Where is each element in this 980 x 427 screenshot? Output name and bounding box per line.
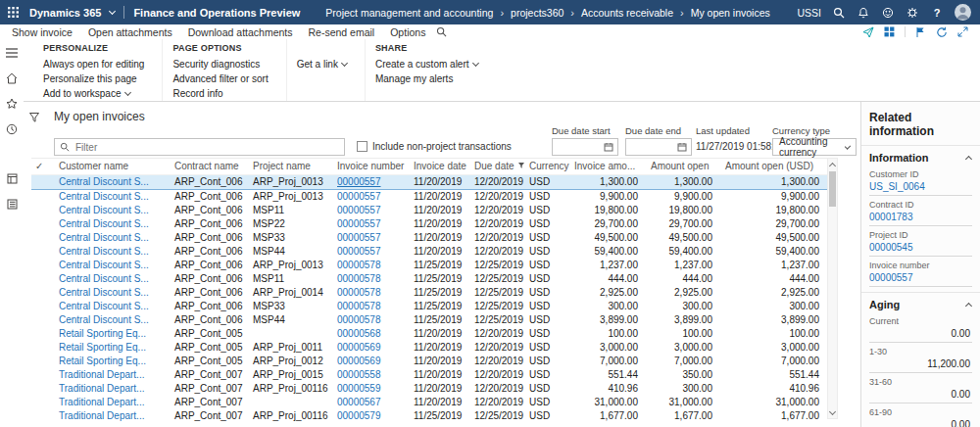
table-row[interactable]: Central Discount S...ARP_Cont_006MSP1100… xyxy=(31,272,828,286)
table-row[interactable]: Retail Sporting Eq...ARP_Cont_005ARP_Pro… xyxy=(31,341,828,355)
help-icon[interactable]: ? xyxy=(930,6,944,20)
flag-icon[interactable] xyxy=(915,26,926,38)
favorites-star-icon[interactable] xyxy=(2,96,22,112)
row-select-cell[interactable] xyxy=(31,286,55,300)
customer-link[interactable]: Retail Sporting Eq... xyxy=(59,356,146,366)
row-select-cell[interactable] xyxy=(31,245,55,259)
field-value[interactable]: US_SI_0064 xyxy=(869,179,972,196)
customer-link[interactable]: Traditional Depart... xyxy=(59,410,144,421)
home-icon[interactable] xyxy=(2,71,22,86)
ribbon-item-manage-my-alerts[interactable]: Manage my alerts xyxy=(375,71,478,86)
row-select-cell[interactable] xyxy=(31,204,55,217)
due-date-end-input[interactable] xyxy=(625,138,692,156)
scroll-up-arrow-icon[interactable] xyxy=(828,159,837,169)
include-non-project-checkbox[interactable] xyxy=(357,141,368,152)
ribbon-item-create-a-custom-alert[interactable]: Create a custom alert xyxy=(375,57,478,71)
invoice-link[interactable]: 00000557 xyxy=(337,205,381,215)
table-row[interactable]: Central Discount S...ARP_Cont_006ARP_Pro… xyxy=(31,259,828,272)
customer-link[interactable]: Traditional Depart... xyxy=(59,383,144,394)
row-select-cell[interactable] xyxy=(31,396,55,409)
task-recorder-icon[interactable] xyxy=(884,26,895,37)
row-select-cell[interactable] xyxy=(31,341,55,355)
column-header-amount-open-usd[interactable]: Amount open (USD) xyxy=(721,159,828,175)
action-tab-re-send-email[interactable]: Re-send email xyxy=(301,26,383,38)
invoice-link[interactable]: 00000557 xyxy=(337,191,381,202)
open-in-new-window-icon[interactable] xyxy=(957,26,968,37)
currency-type-select[interactable]: Accounting currency xyxy=(772,138,857,156)
select-all-column[interactable]: ✓ xyxy=(31,159,55,175)
ribbon-item-add-to-workspace[interactable]: Add to workspace xyxy=(43,86,144,101)
customer-link[interactable]: Retail Sporting Eq... xyxy=(59,328,146,339)
dynamics-365-brand[interactable]: Dynamics 365 xyxy=(29,7,101,19)
section-header-information[interactable]: Information xyxy=(861,146,980,166)
field-value[interactable]: 00000545 xyxy=(869,240,972,257)
hamburger-menu-icon[interactable] xyxy=(2,45,22,61)
action-tab-download-attachments[interactable]: Download attachments xyxy=(180,26,301,38)
invoice-link[interactable]: 00000559 xyxy=(337,383,381,394)
alerts-bell-icon[interactable] xyxy=(857,6,870,20)
column-header-invoice-number[interactable]: Invoice number xyxy=(333,159,410,175)
customer-link[interactable]: Central Discount S... xyxy=(59,314,149,325)
app-launcher-waffle-icon[interactable] xyxy=(0,0,25,24)
scrollbar-thumb[interactable] xyxy=(829,171,836,207)
invoice-link[interactable]: 00000567 xyxy=(337,397,381,407)
modules-list-icon[interactable] xyxy=(2,196,22,212)
invoice-link[interactable]: 00000558 xyxy=(337,369,381,380)
customer-link[interactable]: Central Discount S... xyxy=(59,232,149,243)
row-select-cell[interactable] xyxy=(31,313,55,327)
action-tab-options[interactable]: Options xyxy=(382,26,433,38)
field-value[interactable]: 00000557 xyxy=(869,270,972,287)
row-select-cell[interactable] xyxy=(31,300,55,313)
column-header-project-name[interactable]: Project name xyxy=(249,159,333,175)
customer-link[interactable]: Traditional Depart... xyxy=(59,369,144,380)
row-select-cell[interactable] xyxy=(31,382,55,396)
invoice-link[interactable]: 00000578 xyxy=(337,287,381,298)
customer-link[interactable]: Central Discount S... xyxy=(59,260,149,270)
customer-link[interactable]: Central Discount S... xyxy=(59,176,149,187)
breadcrumb-page[interactable]: My open invoices xyxy=(691,7,770,19)
column-header-amount-open[interactable]: Amount open xyxy=(647,159,721,175)
filter-pane-funnel-icon[interactable] xyxy=(28,110,40,127)
table-row[interactable]: Central Discount S...ARP_Cont_006ARP_Pro… xyxy=(31,175,828,190)
breadcrumb-area[interactable]: projects360 xyxy=(511,7,564,19)
invoice-link[interactable]: 00000568 xyxy=(337,328,381,339)
table-row[interactable]: Central Discount S...ARP_Cont_006MSP4400… xyxy=(31,313,828,327)
field-value[interactable]: 00001783 xyxy=(869,210,972,226)
table-row[interactable]: Central Discount S...ARP_Cont_006MSP2200… xyxy=(31,217,828,231)
action-search-icon[interactable] xyxy=(436,26,447,37)
scroll-down-arrow-icon[interactable] xyxy=(828,407,837,418)
customer-link[interactable]: Central Discount S... xyxy=(59,287,149,298)
action-tab-open-attachments[interactable]: Open attachments xyxy=(80,26,180,38)
table-row[interactable]: Central Discount S...ARP_Cont_006ARP_Pro… xyxy=(31,190,828,205)
customer-link[interactable]: Central Discount S... xyxy=(59,205,149,215)
customer-link[interactable]: Central Discount S... xyxy=(59,218,149,229)
user-avatar[interactable] xyxy=(955,4,971,21)
row-select-cell[interactable] xyxy=(31,327,55,341)
company-selector[interactable]: USSI xyxy=(797,7,821,19)
invoice-link[interactable]: 00000569 xyxy=(337,356,381,366)
row-select-cell[interactable] xyxy=(31,175,55,190)
column-header-invoice-amo[interactable]: Invoice amo... xyxy=(570,159,647,175)
table-row[interactable]: Retail Sporting Eq...ARP_Cont_0050000056… xyxy=(31,327,828,341)
row-select-cell[interactable] xyxy=(31,259,55,272)
invoice-link[interactable]: 00000578 xyxy=(337,273,381,284)
table-row[interactable]: Central Discount S...ARP_Cont_006ARP_Pro… xyxy=(31,286,828,300)
filter-input[interactable] xyxy=(74,141,339,154)
table-row[interactable]: Central Discount S...ARP_Cont_006MSP3300… xyxy=(31,231,828,245)
column-header-invoice-date[interactable]: Invoice date xyxy=(410,159,470,175)
customer-link[interactable]: Retail Sporting Eq... xyxy=(59,342,146,353)
column-header-customer-name[interactable]: Customer name xyxy=(55,159,171,175)
column-header-contract-name[interactable]: Contract name xyxy=(171,159,249,175)
row-select-cell[interactable] xyxy=(31,272,55,286)
workspaces-icon[interactable] xyxy=(2,170,22,186)
table-row[interactable]: Traditional Depart...ARP_Cont_007ARP_Pro… xyxy=(31,382,828,396)
ribbon-item-personalize-this-page[interactable]: Personalize this page xyxy=(43,71,144,86)
invoice-link[interactable]: 00000557 xyxy=(337,232,381,243)
table-row[interactable]: Retail Sporting Eq...ARP_Cont_005ARP_Pro… xyxy=(31,355,828,368)
refresh-icon[interactable] xyxy=(936,26,948,38)
table-row[interactable]: Central Discount S...ARP_Cont_006MSP4400… xyxy=(31,245,828,259)
due-date-start-input[interactable] xyxy=(552,138,618,156)
invoice-link[interactable]: 00000557 xyxy=(337,218,381,229)
row-select-cell[interactable] xyxy=(31,190,55,205)
row-select-cell[interactable] xyxy=(31,409,55,423)
